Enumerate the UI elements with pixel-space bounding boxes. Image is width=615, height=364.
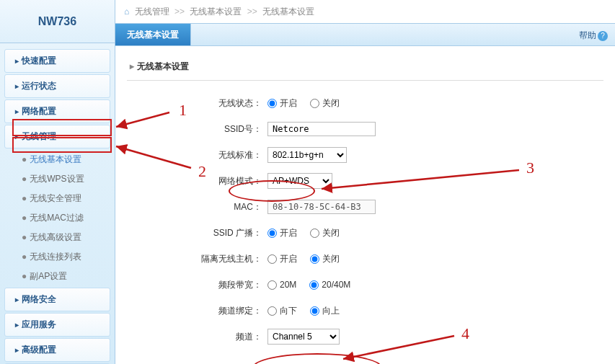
content-area: ▸无线基本设置 无线状态： 开启 关闭 SSID号： 无线标准： 802.11b… [115, 46, 615, 364]
label-isolate: 隔离无线主机： [156, 253, 267, 265]
bullet-icon: ● [22, 232, 27, 242]
nav-wlan-mac[interactable]: ●无线MAC过滤 [4, 208, 110, 228]
caret-right-icon: ▸ [15, 82, 19, 90]
radio-state-on[interactable]: 开启 [267, 97, 297, 110]
radio-bind-down[interactable]: 向下 [267, 305, 297, 317]
bullet-icon: ● [22, 154, 27, 164]
nav-network-security[interactable]: ▸网络安全 [4, 288, 110, 311]
radio-state-off[interactable]: 关闭 [310, 97, 340, 110]
nav-menu: ▸快速配置 ▸运行状态 ▸网络配置 ▸无线管理 ●无线基本设置 ●无线WPS设置… [0, 43, 115, 364]
mac-display [267, 200, 376, 214]
main-panel: ⌂ 无线管理 >> 无线基本设置 >> 无线基本设置 无线基本设置 帮助? ▸无… [115, 0, 615, 364]
row-isolate: 隔离无线主机： 开启 关闭 [156, 251, 575, 267]
nav-wlan-subap[interactable]: ●副AP设置 [4, 267, 110, 286]
nav-wlan-security[interactable]: ●无线安全管理 [4, 189, 110, 208]
row-bandwidth: 频段带宽： 20M 20/40M [156, 277, 575, 293]
row-ssid: SSID号： [156, 121, 575, 137]
caret-right-icon: ▸ [15, 296, 19, 303]
caret-right-icon: ▸ [15, 57, 19, 65]
radio-broadcast-off[interactable]: 关闭 [310, 227, 340, 239]
label-bandwidth: 频段带宽： [156, 279, 267, 291]
row-network-mode: 网络模式： AP+WDS [156, 173, 575, 189]
breadcrumb-sep-icon: >> [247, 6, 257, 17]
label-standard: 无线标准： [156, 149, 267, 161]
nav-wireless-mgmt[interactable]: ▸无线管理 [4, 125, 110, 148]
label-channel-bind: 频道绑定： [156, 305, 267, 317]
panel-heading: ▸无线基本设置 [127, 53, 603, 81]
caret-right-icon: ▸ [15, 346, 19, 354]
bullet-icon: ● [22, 193, 27, 203]
label-ssid-broadcast: SSID 广播： [156, 227, 267, 239]
caret-right-icon: ▸ [15, 133, 19, 141]
row-channel: 频道： Channel 5 [156, 329, 575, 345]
standard-select[interactable]: 802.11b+g+n [267, 147, 347, 163]
nav-app-services[interactable]: ▸应用服务 [4, 313, 110, 337]
radio-bind-up[interactable]: 向上 [310, 305, 340, 317]
row-channel-bind: 频道绑定： 向下 向上 [156, 303, 575, 319]
network-mode-select[interactable]: AP+WDS [267, 173, 332, 189]
help-icon: ? [598, 31, 608, 41]
nav-quick-config[interactable]: ▸快速配置 [4, 49, 110, 73]
label-mac: MAC： [156, 201, 267, 213]
tab-bar: 无线基本设置 帮助? [115, 23, 615, 46]
label-network-mode: 网络模式： [156, 175, 267, 187]
bullet-icon: ● [22, 252, 27, 262]
sidebar: NW736 ▸快速配置 ▸运行状态 ▸网络配置 ▸无线管理 ●无线基本设置 ●无… [0, 0, 115, 364]
nav-run-status[interactable]: ▸运行状态 [4, 74, 110, 98]
nav-wlan-basic[interactable]: ●无线基本设置 [4, 150, 110, 169]
ssid-input[interactable] [267, 122, 376, 136]
radio-bw-20[interactable]: 20M [267, 280, 296, 290]
breadcrumb: ⌂ 无线管理 >> 无线基本设置 >> 无线基本设置 [115, 0, 615, 23]
label-channel: 频道： [156, 331, 267, 343]
radio-broadcast-on[interactable]: 开启 [267, 227, 297, 239]
radio-isolate-off[interactable]: 关闭 [310, 253, 340, 265]
logo-box: NW736 [0, 0, 115, 43]
nav-wlan-wps[interactable]: ●无线WPS设置 [4, 169, 110, 189]
row-ssid-broadcast: SSID 广播： 开启 关闭 [156, 225, 575, 241]
nav-network-config[interactable]: ▸网络配置 [4, 99, 110, 123]
caret-right-icon: ▸ [15, 107, 19, 115]
help-link[interactable]: 帮助? [579, 30, 608, 42]
caret-right-icon: ▸ [130, 61, 134, 71]
bullet-icon: ● [22, 174, 27, 184]
radio-bw-2040[interactable]: 20/40M [309, 280, 350, 290]
tab-wlan-basic[interactable]: 无线基本设置 [115, 24, 191, 45]
caret-right-icon: ▸ [15, 321, 19, 329]
bullet-icon: ● [22, 271, 27, 281]
row-standard: 无线标准： 802.11b+g+n [156, 147, 575, 163]
home-icon: ⌂ [124, 6, 129, 17]
nav-wlan-advanced[interactable]: ●无线高级设置 [4, 228, 110, 247]
channel-select[interactable]: Channel 5 [267, 329, 340, 345]
label-wireless-state: 无线状态： [156, 97, 267, 110]
row-mac: MAC： [156, 199, 575, 215]
settings-form: 无线状态： 开启 关闭 SSID号： 无线标准： 802.11b+g+n 网络模… [127, 81, 603, 364]
row-wireless-state: 无线状态： 开启 关闭 [156, 95, 575, 111]
device-model: NW736 [38, 15, 76, 28]
breadcrumb-sep-icon: >> [174, 6, 185, 17]
radio-isolate-on[interactable]: 开启 [267, 253, 297, 265]
bullet-icon: ● [22, 213, 27, 223]
nav-advanced-config[interactable]: ▸高级配置 [4, 338, 110, 362]
nav-wlan-clients[interactable]: ●无线连接列表 [4, 247, 110, 267]
label-ssid: SSID号： [156, 123, 267, 136]
